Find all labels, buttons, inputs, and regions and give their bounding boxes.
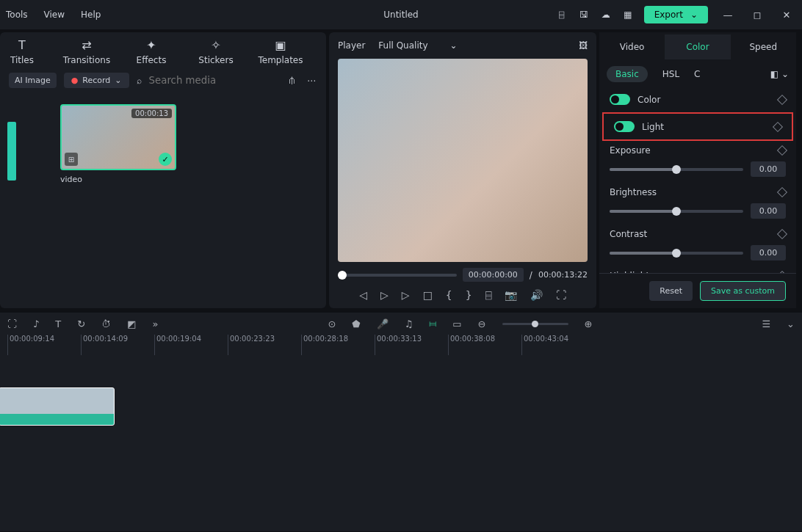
param-highlight: Highlight	[599, 266, 796, 273]
subtab-curves[interactable]: C	[694, 69, 700, 79]
save-as-custom-button[interactable]: Save as custom	[700, 281, 786, 301]
zoom-in-icon[interactable]: ⊕	[585, 318, 593, 329]
track-view-icon[interactable]: ☰	[762, 318, 770, 329]
timeline-panel: ⛶ ♪ T ↻ ⏱ ◩ » ⊙ ⬟ 🎤 ♫ ⧦ ▭ ⊖ ⊕ ☰ ⌄ 00:00:…	[0, 313, 802, 531]
magnet-icon[interactable]: ⧦	[429, 318, 436, 329]
scrub-slider[interactable]	[338, 274, 457, 277]
mic-icon[interactable]: 🎤	[377, 318, 389, 329]
quality-dropdown[interactable]: Full Quality⌄	[378, 40, 457, 51]
qr-icon[interactable]: ▦	[622, 9, 634, 21]
clip-duration: 00:00:13	[131, 109, 172, 118]
mark-out-button[interactable]: }	[466, 289, 472, 301]
volume-icon[interactable]: 🔊	[530, 289, 543, 301]
keyframe-icon[interactable]	[773, 121, 783, 131]
rotate-icon[interactable]: ↻	[77, 318, 85, 329]
tab-video[interactable]: Video	[599, 34, 665, 59]
audio-edit-icon[interactable]: ♪	[33, 318, 39, 329]
light-toggle[interactable]	[614, 121, 635, 132]
tab-color[interactable]: Color	[665, 34, 730, 59]
check-icon: ✓	[159, 153, 172, 166]
section-color[interactable]: Color	[599, 87, 796, 112]
menu-view[interactable]: View	[44, 10, 65, 20]
media-panel: TTitles ⇄Transitions ✦Effects ✧Stickers …	[0, 32, 326, 308]
keyframe-icon[interactable]	[777, 187, 787, 197]
preview-viewport[interactable]	[338, 59, 588, 262]
media-clip[interactable]: 00:00:13 ⊞ ✓ video	[60, 104, 176, 308]
menu-tools[interactable]: Tools	[6, 10, 28, 20]
brightness-slider[interactable]	[610, 210, 743, 213]
zoom-slider[interactable]	[502, 323, 568, 325]
maximize-button[interactable]: ◻	[748, 10, 767, 21]
tab-titles[interactable]: TTitles	[0, 38, 44, 65]
color-grade-icon[interactable]: ◩	[127, 318, 136, 329]
param-exposure: Exposure	[599, 141, 796, 183]
play-all-button[interactable]: ▷	[402, 289, 410, 301]
exposure-slider[interactable]	[610, 168, 743, 171]
compare-toggle[interactable]: ◧ ⌄	[770, 69, 789, 79]
fullscreen-icon[interactable]: ⛶	[556, 289, 566, 301]
marker-icon[interactable]: ⬟	[352, 318, 360, 329]
subtab-hsl[interactable]: HSL	[662, 69, 679, 79]
prev-frame-button[interactable]: ◁	[359, 289, 367, 301]
snapshot-icon[interactable]: 🖾	[579, 40, 588, 51]
chevron-down-icon[interactable]: ⌄	[787, 318, 795, 329]
timeline-clip[interactable]	[0, 387, 115, 426]
display-icon[interactable]: ⌸	[485, 289, 491, 301]
tab-transitions[interactable]: ⇄Transitions	[65, 38, 109, 65]
titlebar: Tools View Help Untitled ⌸ 🖫 ☁ ▦ Export⌄…	[0, 0, 802, 29]
cloud-icon[interactable]: ☁	[600, 9, 612, 21]
exposure-value[interactable]	[751, 161, 786, 177]
tab-speed[interactable]: Speed	[731, 34, 796, 59]
minimize-button[interactable]: —	[718, 10, 737, 21]
preview-panel: Player Full Quality⌄ 🖾 00:00:00:00 / 00:…	[329, 32, 596, 308]
tab-stickers[interactable]: ✧Stickers	[194, 38, 238, 65]
text-icon[interactable]: T	[55, 318, 61, 329]
reset-button[interactable]: Reset	[649, 281, 693, 301]
contrast-value[interactable]	[751, 245, 786, 260]
tab-templates[interactable]: ▣Templates	[259, 38, 303, 65]
inspector-panel: Video Color Speed Basic HSL C ◧ ⌄ Color …	[599, 32, 796, 308]
keyframe-icon[interactable]	[777, 145, 787, 156]
brightness-value[interactable]	[751, 203, 786, 219]
color-toggle[interactable]	[610, 94, 630, 105]
filter-icon[interactable]: ⫛	[286, 75, 298, 87]
more-icon[interactable]: ⋯	[306, 75, 317, 87]
timeline-ruler[interactable]: 00:00:09:1400:00:14:0900:00:19:0400:00:2…	[0, 335, 802, 358]
export-button[interactable]: Export⌄	[644, 6, 708, 23]
crop-icon[interactable]: ⛶	[7, 318, 17, 329]
layout-icon[interactable]: ⌸	[556, 9, 568, 21]
section-light[interactable]: Light	[602, 112, 793, 141]
marker-list-icon[interactable]: ⊙	[328, 318, 336, 329]
param-contrast: Contrast	[599, 225, 796, 266]
stickers-icon: ✧	[211, 38, 220, 52]
speed-icon[interactable]: ⏱	[101, 318, 111, 329]
tab-effects[interactable]: ✦Effects	[129, 38, 173, 65]
close-button[interactable]: ✕	[777, 10, 796, 21]
search-input[interactable]	[149, 75, 279, 86]
keyframe-icon[interactable]	[777, 229, 787, 239]
music-icon[interactable]: ♫	[405, 318, 413, 329]
category-strip[interactable]	[7, 122, 16, 181]
record-button[interactable]: ●Record⌄	[64, 73, 129, 88]
contrast-slider[interactable]	[610, 252, 743, 255]
subtab-basic[interactable]: Basic	[607, 66, 648, 82]
stop-button[interactable]: □	[423, 289, 433, 301]
zoom-out-icon[interactable]: ⊖	[478, 318, 486, 329]
total-time: 00:00:13:22	[538, 270, 588, 280]
save-icon[interactable]: 🖫	[578, 9, 590, 21]
keyframe-icon[interactable]	[777, 94, 787, 104]
titles-icon: T	[18, 38, 26, 52]
menu-help[interactable]: Help	[81, 10, 101, 20]
add-to-timeline-icon[interactable]: ⊞	[65, 153, 78, 166]
camera-icon[interactable]: 📷	[505, 289, 517, 301]
search-icon: ⌕	[137, 76, 142, 86]
ratio-icon[interactable]: ▭	[452, 318, 461, 329]
ai-image-button[interactable]: AI Image	[9, 73, 57, 88]
more-tools-icon[interactable]: »	[152, 318, 158, 329]
param-brightness: Brightness	[599, 183, 796, 225]
mark-in-button[interactable]: {	[446, 289, 452, 301]
player-label: Player	[338, 40, 365, 51]
clip-name: video	[60, 175, 176, 184]
play-button[interactable]: ▷	[380, 289, 389, 301]
templates-icon: ▣	[275, 38, 286, 52]
